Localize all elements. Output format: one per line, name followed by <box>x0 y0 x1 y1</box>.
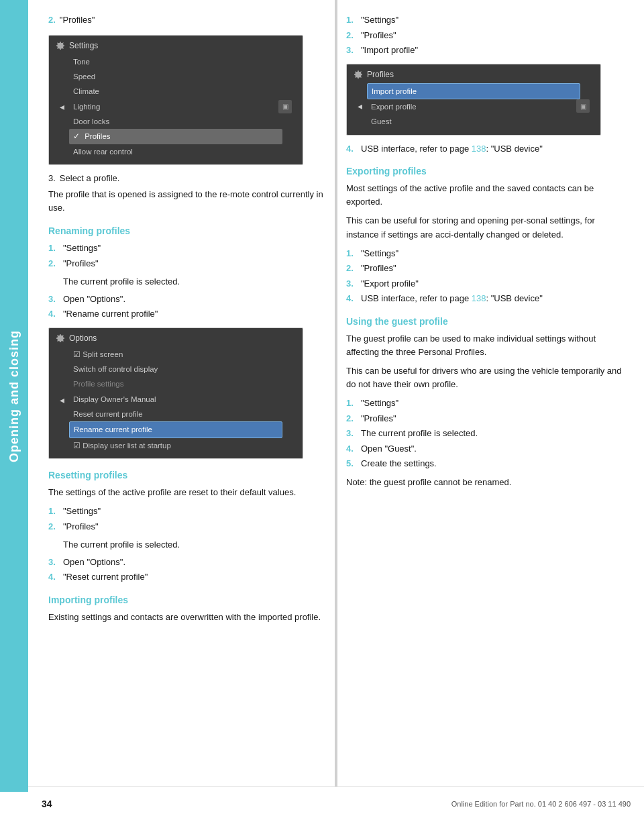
gear-icon <box>354 70 363 79</box>
list-item: 3. The current profile is selected. <box>346 427 624 440</box>
exporting-body2: This can be useful for storing and openi… <box>346 214 624 241</box>
step-num: 4. <box>346 292 357 305</box>
menu-item: ☑ Split screen <box>69 347 282 362</box>
step-text: "Settings" <box>63 242 326 255</box>
step-num: 4. <box>48 570 59 584</box>
list-item: 1. "Settings" <box>346 13 624 27</box>
nav-arrow-left: ◂ <box>60 101 64 112</box>
step-text: "Profiles" <box>361 412 624 425</box>
side-tab: Opening and closing <box>0 0 28 792</box>
step-num: 3. <box>48 556 59 569</box>
nav-arrow-left: ◂ <box>358 101 362 111</box>
step-num: 2. <box>48 520 59 533</box>
menu-item-profiles-selected: ✓ Profiles <box>69 129 282 144</box>
top-entry: 2. "Profiles" <box>48 13 326 27</box>
menu-item: Display Owner's Manual <box>69 392 282 407</box>
menu-item-rename-selected: Rename current profile <box>69 421 282 438</box>
step-num: 2. <box>346 262 357 275</box>
footer-text: Online Edition for Part no. 01 40 2 606 … <box>451 800 631 808</box>
step-text: USB interface, refer to page 138: "USB d… <box>361 292 624 305</box>
body-text-1: The profile that is opened is assigned t… <box>48 188 326 215</box>
step-text: "Settings" <box>361 397 624 410</box>
screen-right-button: ▣ <box>576 99 590 113</box>
menu-item: Speed <box>69 69 282 84</box>
list-item: 3. Open "Options". <box>48 293 326 306</box>
step-3-line: 3. Select a profile. <box>48 172 326 185</box>
step-num: 1. <box>48 505 59 518</box>
menu-item-import-selected: Import profile <box>367 83 580 99</box>
list-item: 4. USB interface, refer to page 138: "US… <box>346 292 624 305</box>
resetting-heading: Resetting profiles <box>48 470 326 480</box>
list-item: 4. USB interface, refer to page 138: "US… <box>346 142 624 156</box>
step-text: Select a profile. <box>60 172 326 185</box>
step-text: "Export profile" <box>361 277 624 291</box>
step-num: 2. <box>346 412 357 425</box>
page-link[interactable]: 138 <box>472 293 486 303</box>
right-column: 1. "Settings" 2. "Profiles" 3. "Import p… <box>346 13 624 629</box>
gear-icon <box>56 334 65 343</box>
list-item: 4. Open "Guest". <box>346 442 624 456</box>
step-text: "Profiles" <box>361 262 624 275</box>
list-item: 2. "Profiles" <box>48 257 326 270</box>
step-num: 1. <box>48 242 59 255</box>
list-item: 3. "Export profile" <box>346 277 624 291</box>
page-link[interactable]: 138 <box>472 144 486 154</box>
step-num: 4. <box>48 307 59 321</box>
menu-item: Tone <box>69 54 282 69</box>
step-text: USB interface, refer to page 138: "USB d… <box>361 142 624 156</box>
center-divider <box>335 0 337 786</box>
importing-heading: Importing profiles <box>48 595 326 605</box>
guest-body2: This can be useful for drivers who are u… <box>346 364 624 391</box>
importing-body: Existing settings and contacts are overw… <box>48 611 326 624</box>
step-text: Open "Options". <box>63 556 326 569</box>
step-text: "Profiles" <box>63 520 326 533</box>
menu-item: Climate <box>69 84 282 99</box>
step-text: "Reset current profile" <box>63 570 326 584</box>
settings-menu-list: Tone Speed Climate Lighting Door locks ✓… <box>69 54 282 160</box>
profiles-screen: Profiles ◂ Import profile Export profile… <box>346 64 601 136</box>
guest-heading: Using the guest profile <box>346 316 624 327</box>
renaming-heading: Renaming profiles <box>48 225 326 236</box>
step-num: 2. <box>48 257 59 270</box>
indent-text: The current profile is selected. <box>63 275 326 289</box>
list-item: 5. Create the settings. <box>346 457 624 470</box>
step-text: "Profiles" <box>60 13 326 27</box>
step-text: "Settings" <box>361 13 624 27</box>
guest-body1: The guest profile can be used to make in… <box>346 332 624 359</box>
step-num: 3. <box>48 293 59 306</box>
step-num: 4. <box>346 442 357 456</box>
nav-arrow-left: ◂ <box>60 395 64 405</box>
list-item: 1. "Settings" <box>48 505 326 518</box>
menu-item: ☑ Display user list at startup <box>69 438 282 453</box>
guest-note: Note: the guest profile cannot be rename… <box>346 476 624 489</box>
list-item: 4. "Rename current profile" <box>48 307 326 321</box>
list-item: 3. "Import profile" <box>346 44 624 57</box>
menu-item: Lighting <box>69 99 282 114</box>
step-text: Open "Guest". <box>361 442 624 456</box>
step-num: 2. <box>346 29 357 42</box>
list-item: 4. "Reset current profile" <box>48 570 326 584</box>
exporting-body1: Most settings of the active profile and … <box>346 182 624 209</box>
list-item: 2. "Profiles" <box>346 29 624 42</box>
import-steps-right: 1. "Settings" 2. "Profiles" 3. "Import p… <box>346 13 624 57</box>
step-num: 5. <box>346 457 357 470</box>
menu-item: Guest <box>367 114 580 129</box>
step-text: "Profiles" <box>361 29 624 42</box>
list-item: 1. "Settings" <box>346 247 624 260</box>
exporting-heading: Exporting profiles <box>346 166 624 176</box>
gear-icon <box>56 41 65 50</box>
page-number: 34 <box>42 799 52 809</box>
settings-screen: Settings ◂ Tone Speed Climate Lighting D… <box>48 35 303 166</box>
resetting-steps-cont: 3. Open "Options". 4. "Reset current pro… <box>48 556 326 584</box>
guest-steps: 1. "Settings" 2. "Profiles" 3. The curre… <box>346 397 624 470</box>
menu-item: Reset current profile <box>69 407 282 421</box>
menu-item: Door locks <box>69 114 282 129</box>
menu-item: Switch off control display <box>69 362 282 376</box>
options-screen: Options ◂ ☑ Split screen Switch off cont… <box>48 327 303 460</box>
menu-item: Allow rear control <box>69 144 282 159</box>
screen3-title: Profiles <box>367 70 394 79</box>
list-item: 2. "Profiles" <box>48 520 326 533</box>
step-num: 3. <box>48 172 56 185</box>
step-num: 1. <box>346 13 357 27</box>
list-item: 2. "Profiles" <box>346 262 624 275</box>
